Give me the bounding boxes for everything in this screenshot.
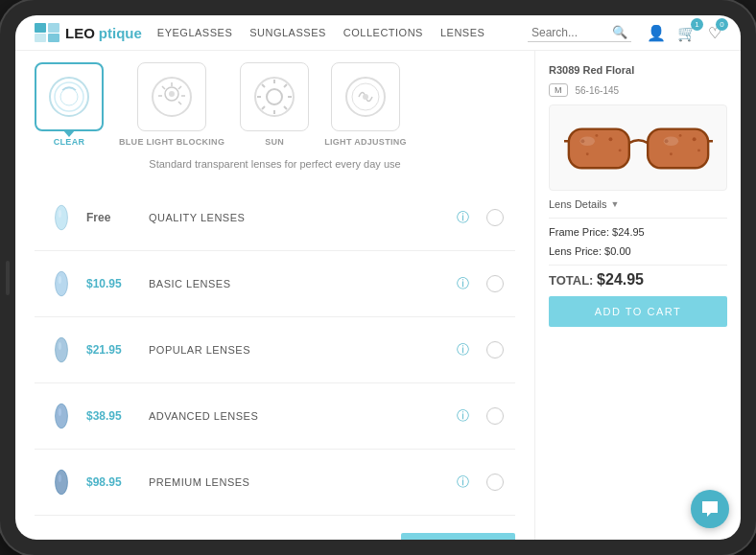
frame-price-label: Frame Price: <box>549 226 609 238</box>
nav-sunglasses[interactable]: SUNGLASSES <box>249 27 326 38</box>
info-icon-premium[interactable]: ⓘ <box>457 474 469 491</box>
tab-sun[interactable]: SUN <box>240 62 309 147</box>
tab-clear-label: CLEAR <box>54 137 85 147</box>
lens-name-popular: POPULAR LENSES <box>149 344 447 356</box>
info-icon-advanced[interactable]: ⓘ <box>457 407 469 425</box>
svg-line-10 <box>178 86 181 89</box>
tablet-frame: LEOptique EYEGLASSES SUNGLASSES COLLECTI… <box>0 0 756 555</box>
radio-premium[interactable] <box>486 474 504 491</box>
divider <box>549 218 727 219</box>
svg-point-37 <box>56 470 68 495</box>
svg-line-13 <box>162 86 165 89</box>
svg-point-33 <box>56 337 68 362</box>
lens-price-popular: $21.95 <box>86 343 139 357</box>
add-to-cart-button[interactable]: ADD TO CART <box>549 296 727 327</box>
account-icon[interactable]: 👤 <box>647 24 666 42</box>
size-badge: M <box>549 83 568 97</box>
lens-thumb-quality <box>46 195 77 241</box>
lens-option-premium[interactable]: $98.95 PREMIUM LENSES ⓘ <box>35 450 515 516</box>
lens-option-popular[interactable]: $21.95 POPULAR LENSES ⓘ <box>35 317 515 383</box>
header: LEOptique EYEGLASSES SUNGLASSES COLLECTI… <box>15 15 741 51</box>
svg-point-4 <box>50 78 88 116</box>
lens-details-chevron-icon: ▼ <box>611 199 620 209</box>
svg-point-6 <box>60 88 78 105</box>
glasses-image <box>564 114 713 181</box>
svg-point-38 <box>59 474 61 482</box>
total-price: $24.95 <box>597 271 644 288</box>
lens-name-basic: BASIC LENSES <box>149 278 447 289</box>
radio-basic[interactable] <box>486 275 504 292</box>
lens-price-basic: $10.95 <box>86 277 139 290</box>
tab-light-adjusting-label: LIGHT ADJUSTING <box>324 137 407 147</box>
svg-point-46 <box>618 149 621 151</box>
info-icon-quality[interactable]: ⓘ <box>457 209 469 226</box>
lens-option-basic[interactable]: $10.95 BASIC LENSES ⓘ <box>35 251 515 317</box>
cart-icon[interactable]: 🛒 1 <box>677 24 697 42</box>
lens-option-advanced[interactable]: $38.95 ADVANCED LENSES ⓘ <box>35 383 515 450</box>
lens-price-advanced: $38.95 <box>86 409 139 423</box>
svg-point-54 <box>663 136 678 146</box>
tab-sun-label: SUN <box>265 137 284 147</box>
product-size-row: M 56-16-145 <box>549 83 727 97</box>
lens-name-quality: QUALITY LENSES <box>149 212 447 223</box>
nav-eyeglasses[interactable]: EYEGLASSES <box>157 27 232 38</box>
search-input[interactable] <box>532 26 608 39</box>
lens-details-row[interactable]: Lens Details ▼ <box>549 198 727 210</box>
logo-leo: LEO <box>65 25 95 41</box>
svg-point-28 <box>363 94 368 100</box>
lens-thumb-icon <box>54 269 69 298</box>
lens-description: Standard transparent lenses for perfect … <box>35 156 515 175</box>
confirm-button[interactable]: CONFIRM <box>401 533 515 540</box>
svg-point-31 <box>56 271 68 296</box>
lens-thumb-basic <box>46 261 77 307</box>
svg-line-23 <box>262 106 265 109</box>
header-icons: 👤 🛒 1 ♡ 0 <box>647 24 721 42</box>
size-text: 56-16-145 <box>576 85 620 96</box>
chat-icon <box>700 499 720 519</box>
logo: LEOptique <box>35 23 142 42</box>
svg-line-19 <box>284 84 287 87</box>
nav-lenses[interactable]: LENSES <box>440 27 484 38</box>
lens-options-list: Free QUALITY LENSES ⓘ $10.95 <box>35 185 515 516</box>
tab-clear[interactable]: CLEAR <box>35 62 104 147</box>
wishlist-badge: 0 <box>716 18 728 31</box>
product-name: R3089 Red Floral <box>549 64 727 76</box>
cart-badge: 1 <box>691 18 703 31</box>
radio-quality[interactable] <box>486 209 504 226</box>
search-icon[interactable]: 🔍 <box>612 25 627 39</box>
light-adjusting-lens-icon <box>343 75 388 119</box>
lens-price-quality: Free <box>86 211 139 224</box>
svg-point-34 <box>59 342 61 350</box>
svg-point-17 <box>267 89 282 104</box>
total-row: TOTAL: $24.95 <box>549 265 727 289</box>
svg-point-49 <box>678 134 681 137</box>
svg-line-12 <box>178 102 181 104</box>
main-content: CLEAR <box>15 51 741 540</box>
lens-thumb-icon <box>54 468 69 497</box>
right-panel: R3089 Red Floral M 56-16-145 <box>534 51 741 540</box>
radio-popular[interactable] <box>486 341 504 358</box>
svg-rect-40 <box>648 129 708 169</box>
svg-point-29 <box>56 205 68 230</box>
lens-option-quality[interactable]: Free QUALITY LENSES ⓘ <box>35 185 515 251</box>
lens-thumb-icon <box>54 203 69 232</box>
sun-lens-icon <box>252 75 296 119</box>
lens-price-label: Lens Price: <box>549 245 602 257</box>
svg-point-36 <box>59 408 61 416</box>
logo-icon <box>35 23 61 42</box>
svg-point-47 <box>585 152 588 155</box>
svg-point-35 <box>56 404 68 428</box>
svg-rect-39 <box>568 129 628 169</box>
nav-collections[interactable]: COLLECTIONS <box>343 27 423 38</box>
info-icon-basic[interactable]: ⓘ <box>457 275 469 292</box>
lens-price-premium: $98.95 <box>86 475 139 489</box>
chat-button[interactable] <box>691 490 729 528</box>
tab-light-adjusting[interactable]: LIGHT ADJUSTING <box>324 62 407 147</box>
wishlist-icon[interactable]: ♡ 0 <box>708 24 721 42</box>
glasses-image-area <box>549 104 727 191</box>
svg-line-21 <box>284 106 287 109</box>
frame-price-row: Frame Price: $24.95 <box>549 226 727 238</box>
radio-advanced[interactable] <box>486 407 504 425</box>
info-icon-popular[interactable]: ⓘ <box>457 341 469 358</box>
tab-blue-light[interactable]: BLUE LIGHT BLOCKING <box>119 62 224 147</box>
